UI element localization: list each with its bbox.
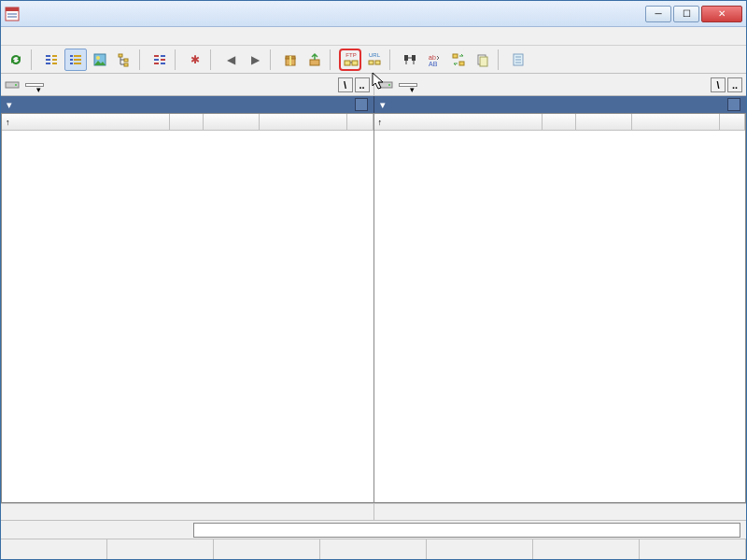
back-icon[interactable]: ◀ (219, 49, 242, 71)
drive-up-left[interactable]: .. (355, 77, 370, 92)
svg-rect-20 (124, 63, 128, 66)
col-ext[interactable] (543, 114, 576, 130)
svg-rect-9 (52, 63, 57, 64)
menubar (1, 27, 746, 46)
path-bar-left[interactable]: ▾ (1, 96, 374, 113)
svg-text:FTP: FTP (345, 52, 356, 58)
col-size[interactable] (204, 114, 260, 130)
drive-root-left[interactable]: \ (338, 77, 353, 92)
svg-rect-46 (459, 62, 464, 65)
svg-rect-22 (154, 59, 159, 61)
col-date[interactable] (632, 114, 720, 130)
titlebar: ─ ☐ ✕ (1, 1, 746, 27)
svg-rect-39 (412, 55, 416, 61)
svg-rect-48 (480, 57, 487, 66)
col-ext[interactable] (170, 114, 204, 130)
drive-selector-right[interactable] (399, 83, 417, 87)
svg-rect-25 (161, 59, 165, 61)
menu-polecenia[interactable] (36, 35, 51, 38)
fkey-f8[interactable] (533, 539, 640, 559)
drive-root-right[interactable]: \ (711, 77, 726, 92)
menu-siec[interactable] (51, 35, 66, 38)
col-attr[interactable] (347, 114, 374, 130)
status-bars (1, 503, 746, 520)
command-line (1, 520, 746, 539)
view-tree-icon[interactable] (113, 49, 135, 71)
refresh-icon[interactable] (5, 49, 27, 71)
cmdline-input[interactable] (193, 523, 740, 538)
menu-pliki[interactable] (7, 35, 21, 38)
copy-names-icon[interactable] (472, 49, 494, 71)
menu-poczatek[interactable] (96, 35, 111, 38)
menu-pomoc[interactable] (726, 35, 740, 38)
unpack-icon[interactable] (303, 49, 326, 71)
fkey-altf4[interactable] (640, 539, 746, 559)
forward-icon[interactable]: ▶ (244, 49, 266, 71)
col-name[interactable] (2, 114, 170, 130)
notepad-icon[interactable] (507, 49, 529, 71)
search-icon[interactable] (399, 49, 421, 71)
drive-pane-right: \ .. (374, 74, 747, 96)
col-name[interactable] (374, 114, 543, 130)
fkey-f3[interactable] (1, 539, 107, 559)
svg-rect-23 (154, 63, 159, 64)
ftp-url-button[interactable]: URL (363, 49, 386, 71)
status-right (374, 504, 747, 520)
svg-rect-11 (74, 55, 81, 57)
path-bar-right[interactable]: ▾ (374, 96, 747, 113)
fkey-f6[interactable] (320, 539, 427, 559)
view-full-icon[interactable] (64, 49, 87, 71)
svg-rect-45 (453, 54, 458, 58)
drive-icon (5, 79, 20, 91)
file-panels (1, 113, 746, 503)
maximize-button[interactable]: ☐ (673, 6, 699, 22)
file-list-right[interactable] (374, 131, 746, 502)
ftp-connect-button[interactable]: FTP (339, 49, 361, 71)
drive-up-right[interactable]: .. (727, 77, 742, 92)
close-button[interactable]: ✕ (701, 6, 742, 22)
path-favorites-right[interactable] (727, 98, 740, 111)
menu-podglad[interactable] (66, 35, 81, 38)
invert-selection-icon[interactable] (148, 49, 171, 71)
svg-rect-24 (161, 55, 165, 57)
col-size[interactable] (576, 114, 632, 130)
svg-point-54 (15, 84, 17, 86)
svg-rect-12 (70, 59, 73, 61)
pack-icon[interactable] (279, 49, 302, 71)
svg-rect-29 (289, 56, 291, 65)
minimize-button[interactable]: ─ (645, 6, 671, 22)
panel-right (374, 113, 747, 503)
svg-rect-15 (74, 63, 81, 64)
fkey-f5[interactable] (214, 539, 320, 559)
file-list-left[interactable] (2, 131, 374, 502)
drive-bar: \ .. \ .. (1, 74, 746, 96)
col-attr[interactable] (720, 114, 746, 130)
fkey-f4[interactable] (107, 539, 214, 559)
star-icon[interactable]: ✱ (184, 49, 206, 71)
column-headers-left (2, 114, 374, 131)
menu-konfiguracja[interactable] (81, 35, 96, 38)
svg-rect-38 (404, 55, 408, 61)
toolbar: ✱ ◀ ▶ FTP URL abAB (1, 46, 746, 74)
drive-selector-left[interactable] (25, 83, 44, 87)
svg-point-17 (96, 56, 100, 60)
function-key-bar (1, 539, 746, 559)
svg-text:ab: ab (429, 54, 436, 61)
multi-rename-icon[interactable]: abAB (423, 49, 445, 71)
svg-rect-6 (46, 63, 50, 64)
path-favorites-left[interactable] (355, 98, 368, 111)
sync-dirs-icon[interactable] (447, 49, 470, 71)
menu-zaznacz[interactable] (21, 35, 36, 38)
col-date[interactable] (260, 114, 347, 130)
svg-rect-30 (310, 60, 319, 65)
svg-text:AB: AB (429, 61, 438, 67)
view-thumbs-icon[interactable] (89, 49, 111, 71)
view-brief-icon[interactable] (40, 49, 63, 71)
drive-pane-left: \ .. (1, 74, 374, 96)
svg-rect-13 (74, 59, 81, 61)
svg-rect-32 (345, 61, 350, 65)
svg-rect-4 (46, 55, 50, 57)
svg-rect-33 (352, 61, 358, 65)
svg-rect-19 (124, 59, 128, 62)
fkey-f7[interactable] (427, 539, 533, 559)
